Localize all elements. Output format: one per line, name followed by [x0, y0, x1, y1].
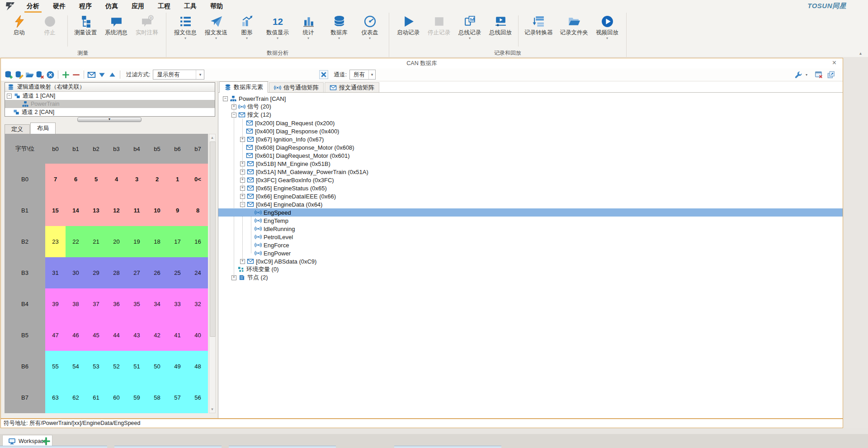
bit-cell[interactable]: 9 [167, 195, 188, 226]
bit-cell[interactable]: 33 [167, 288, 188, 320]
bit-cell[interactable]: 49 [167, 351, 188, 382]
bit-cell[interactable]: 61 [86, 382, 106, 413]
expander-plus-icon[interactable]: + [231, 104, 236, 109]
database-button[interactable]: 数据库▾ [324, 13, 354, 49]
db-tree-item[interactable]: −报文 (12) [218, 111, 843, 119]
bit-cell[interactable]: 17 [167, 226, 188, 257]
bit-cell[interactable]: 24 [188, 257, 208, 288]
record-converter-button[interactable]: 记录转换器 [521, 13, 557, 49]
bit-cell[interactable]: 41 [167, 320, 188, 351]
bus-record-button[interactable]: 总线记录▾ [454, 13, 485, 49]
bit-cell[interactable]: 20 [106, 226, 127, 257]
message-icon[interactable] [87, 71, 96, 79]
bit-cell[interactable]: 57 [167, 382, 188, 413]
remove-item-icon[interactable] [72, 71, 80, 79]
db-tree-item[interactable]: EngTemp [218, 217, 843, 225]
add-workspace-button[interactable] [41, 436, 52, 447]
bit-cell[interactable]: 59 [127, 382, 147, 413]
menu-item-program[interactable]: 程序 [72, 0, 99, 13]
expander-plus-icon[interactable]: + [240, 161, 245, 166]
bit-cell[interactable]: 18 [147, 226, 167, 257]
bit-cell[interactable]: 0< [188, 164, 208, 195]
db-tree-item[interactable]: −[0x64] EngineData (0x64) [218, 200, 843, 208]
bit-cell[interactable]: 63 [45, 382, 66, 413]
bit-cell[interactable]: 62 [66, 382, 86, 413]
record-folder-button[interactable]: 记录文件夹 [557, 13, 592, 49]
bit-cell[interactable]: 15 [45, 195, 66, 226]
bit-cell[interactable]: 56 [188, 382, 208, 413]
tab-layout[interactable]: 布局 [30, 123, 56, 134]
bit-cell[interactable]: 13 [86, 195, 106, 226]
channel-tree-item[interactable]: PowerTrain [5, 100, 215, 108]
menu-item-tools[interactable]: 工具 [177, 0, 203, 13]
bit-cell[interactable]: 5 [86, 164, 106, 195]
expander-plus-icon[interactable]: + [231, 275, 236, 280]
channel-tree-item[interactable]: 通道 2 [CAN] [5, 108, 215, 116]
close-icon[interactable]: × [832, 58, 836, 67]
bit-cell[interactable]: 8 [188, 195, 208, 226]
db-tree-item[interactable]: EngPower [218, 249, 843, 257]
measurement-settings-button[interactable]: 测量设置 [70, 13, 101, 49]
bit-cell[interactable]: 30 [66, 257, 86, 288]
db-tree-item[interactable]: EngForce [218, 241, 843, 249]
bit-cell[interactable]: 29 [86, 257, 106, 288]
bus-replay-button[interactable]: 总线回放 [485, 13, 516, 49]
bit-cell[interactable]: 14 [66, 195, 86, 226]
export-icon[interactable] [827, 71, 835, 79]
bit-cell[interactable]: 48 [188, 351, 208, 382]
close-all-icon[interactable] [46, 71, 55, 79]
bit-cell[interactable]: 43 [127, 320, 147, 351]
splitter-handle[interactable]: ▾ [5, 117, 214, 122]
message-send-button[interactable]: 报文发送▾ [201, 13, 231, 49]
expander-plus-icon[interactable]: + [240, 194, 245, 199]
db-tree-item[interactable]: [0x200] Diag_Request (0x200) [218, 119, 843, 127]
tab-definition[interactable]: 定义 [5, 124, 30, 134]
bit-cell[interactable]: 46 [66, 320, 86, 351]
bit-cell[interactable]: 37 [86, 288, 106, 320]
expander-plus-icon[interactable]: + [240, 137, 245, 142]
bit-cell[interactable]: 27 [127, 257, 147, 288]
add-item-icon[interactable] [61, 71, 70, 79]
bit-cell[interactable]: 10 [147, 195, 167, 226]
filter-mode-select[interactable]: 显示所有 ▾ [153, 70, 204, 80]
bit-cell[interactable]: 47 [45, 320, 66, 351]
db-tree-item[interactable]: [0x400] Diag_Response (0x400) [218, 127, 843, 135]
db-tree-item[interactable]: +[0x3FC] GearBoxInfo (0x3FC) [218, 176, 843, 184]
bit-cell[interactable]: 28 [106, 257, 127, 288]
bit-cell[interactable]: 35 [127, 288, 147, 320]
move-down-icon[interactable] [98, 71, 106, 79]
bit-cell[interactable]: 52 [106, 351, 127, 382]
db-tree-item[interactable]: −PowerTrain [CAN] [218, 94, 843, 103]
bit-cell[interactable]: 32 [188, 288, 208, 320]
db-tree-item[interactable]: +[0x51B] NM_Engine (0x51B) [218, 160, 843, 168]
db-tree-item[interactable]: +[0x51A] NM_Gateway_PowerTrain (0x51A) [218, 168, 843, 176]
db-tree-item[interactable]: +[0x67] Ignition_Info (0x67) [218, 135, 843, 143]
edit-database-icon[interactable] [15, 71, 24, 79]
db-tree-item[interactable]: IdleRunning [218, 225, 843, 233]
bit-cell[interactable]: 44 [106, 320, 127, 351]
bit-cell[interactable]: 19 [127, 226, 147, 257]
db-tree-item[interactable]: +[0x65] EngineStatus (0x65) [218, 184, 843, 192]
bit-cell[interactable]: 36 [106, 288, 127, 320]
bit-cell[interactable]: 25 [167, 257, 188, 288]
menu-item-application[interactable]: 应用 [125, 0, 151, 13]
db-tree-item[interactable]: +信号 (20) [218, 103, 843, 111]
db-tree-item[interactable]: EngSpeed [218, 208, 843, 217]
bit-cell[interactable]: 60 [106, 382, 127, 413]
menu-item-hardware[interactable]: 硬件 [46, 0, 72, 13]
message-info-button[interactable]: 报文信息▾ [170, 13, 201, 49]
scroll-up-icon[interactable]: ▲ [209, 134, 215, 141]
bit-cell[interactable]: 23 [45, 226, 66, 257]
bit-cell[interactable]: 6 [66, 164, 86, 195]
bit-cell[interactable]: 39 [45, 288, 66, 320]
expander-minus-icon[interactable]: − [231, 113, 236, 118]
bit-cell[interactable]: 31 [45, 257, 66, 288]
menu-item-analysis[interactable]: 分析 [20, 0, 46, 13]
settings-wrench-icon[interactable] [794, 71, 803, 79]
bit-cell[interactable]: 55 [45, 351, 66, 382]
remove-database-icon[interactable] [36, 71, 44, 79]
menu-item-project[interactable]: 工程 [151, 0, 177, 13]
scrollbar-thumb[interactable] [210, 141, 216, 337]
bit-cell[interactable]: 58 [147, 382, 167, 413]
bit-cell[interactable]: 50 [147, 351, 167, 382]
